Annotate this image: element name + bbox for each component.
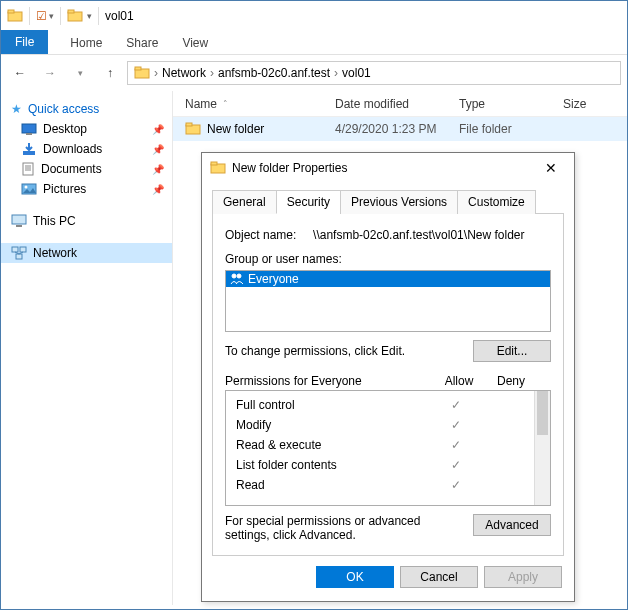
address-bar[interactable]: › Network › anfsmb-02c0.anf.test › vol01 [127, 61, 621, 85]
svg-rect-6 [22, 124, 36, 133]
tab-file[interactable]: File [1, 30, 48, 54]
security-tab-content: Object name: \\anfsmb-02c0.anf.test\vol0… [212, 214, 564, 556]
crumb-host[interactable]: anfsmb-02c0.anf.test [214, 66, 334, 80]
perm-row: List folder contents✓ [226, 455, 534, 475]
cancel-button[interactable]: Cancel [400, 566, 478, 588]
pc-icon [11, 214, 27, 228]
svg-rect-23 [186, 123, 192, 126]
check-icon: ✓ [430, 438, 482, 452]
sidebar-item-downloads[interactable]: Downloads 📌 [1, 139, 172, 159]
crumb-folder[interactable]: vol01 [338, 66, 375, 80]
sidebar-item-label: Pictures [43, 182, 86, 196]
dialog-buttons: OK Cancel Apply [202, 556, 574, 598]
ok-button[interactable]: OK [316, 566, 394, 588]
pin-icon: 📌 [152, 184, 164, 195]
quick-access-toolbar: ☑ ▾ ▾ [7, 7, 103, 25]
folder-icon [67, 8, 83, 24]
col-name[interactable]: Name˄ [179, 97, 329, 111]
svg-rect-16 [16, 225, 22, 227]
svg-rect-5 [135, 67, 141, 70]
group-listbox[interactable]: Everyone [225, 270, 551, 332]
window-titlebar: ☑ ▾ ▾ vol01 [1, 1, 627, 31]
sidebar-this-pc[interactable]: This PC [1, 211, 172, 231]
file-type: File folder [453, 122, 557, 136]
download-icon [21, 142, 37, 156]
network-icon [11, 246, 27, 260]
group-names-label: Group or user names: [225, 252, 551, 266]
file-row[interactable]: New folder 4/29/2020 1:23 PM File folder [173, 117, 627, 141]
checkbox-icon[interactable]: ☑ [36, 9, 47, 23]
ribbon-tabs: File Home Share View [1, 31, 627, 55]
scroll-thumb[interactable] [537, 391, 548, 435]
crumb-network[interactable]: Network [158, 66, 210, 80]
close-button[interactable]: ✕ [536, 160, 566, 176]
deny-header: Deny [485, 374, 537, 388]
group-item-everyone[interactable]: Everyone [226, 271, 550, 287]
dialog-titlebar: New folder Properties ✕ [202, 153, 574, 183]
tab-customize[interactable]: Customize [457, 190, 536, 214]
tab-home[interactable]: Home [58, 32, 114, 54]
check-icon: ✓ [430, 418, 482, 432]
sidebar-network[interactable]: Network [1, 243, 172, 263]
dialog-title: New folder Properties [232, 161, 347, 175]
folder-icon [134, 65, 150, 81]
tab-previous-versions[interactable]: Previous Versions [340, 190, 458, 214]
sidebar-label: Quick access [28, 102, 99, 116]
col-type[interactable]: Type [453, 97, 557, 111]
document-icon [21, 162, 35, 176]
sidebar-item-documents[interactable]: Documents 📌 [1, 159, 172, 179]
svg-rect-1 [8, 10, 14, 13]
star-icon: ★ [11, 102, 22, 116]
perm-row: Full control✓ [226, 395, 534, 415]
up-button[interactable]: ↑ [97, 60, 123, 86]
pin-icon: 📌 [152, 164, 164, 175]
svg-rect-15 [12, 215, 26, 224]
folder-icon [7, 8, 23, 24]
pin-icon: 📌 [152, 144, 164, 155]
sidebar-item-label: Desktop [43, 122, 87, 136]
folder-icon [185, 121, 201, 137]
edit-button[interactable]: Edit... [473, 340, 551, 362]
sidebar-quick-access[interactable]: ★ Quick access [1, 99, 172, 119]
check-icon: ✓ [430, 398, 482, 412]
tab-view[interactable]: View [170, 32, 220, 54]
object-name-value: \\anfsmb-02c0.anf.test\vol01\New folder [313, 228, 524, 242]
sort-asc-icon: ˄ [223, 99, 228, 109]
col-date[interactable]: Date modified [329, 97, 453, 111]
perm-row: Read & execute✓ [226, 435, 534, 455]
apply-button: Apply [484, 566, 562, 588]
advanced-hint: For special permissions or advanced sett… [225, 514, 455, 542]
allow-header: Allow [433, 374, 485, 388]
permissions-table: Full control✓ Modify✓ Read & execute✓ Li… [225, 390, 551, 506]
pin-icon: 📌 [152, 124, 164, 135]
sidebar-item-desktop[interactable]: Desktop 📌 [1, 119, 172, 139]
tab-share[interactable]: Share [114, 32, 170, 54]
file-name: New folder [207, 122, 264, 136]
sidebar-item-label: Downloads [43, 142, 102, 156]
tab-security[interactable]: Security [276, 190, 341, 214]
svg-rect-17 [12, 247, 18, 252]
svg-rect-19 [16, 254, 22, 259]
tab-general[interactable]: General [212, 190, 277, 214]
desktop-icon [21, 123, 37, 135]
svg-rect-3 [68, 10, 74, 13]
svg-rect-7 [26, 133, 32, 135]
svg-rect-25 [211, 162, 217, 165]
title-dropdown-icon[interactable]: ▾ [87, 11, 92, 21]
back-button[interactable]: ← [7, 60, 33, 86]
col-size[interactable]: Size [557, 97, 607, 111]
svg-rect-9 [23, 163, 33, 175]
permissions-header: Permissions for Everyone [225, 374, 433, 388]
qat-dropdown-icon[interactable]: ▾ [49, 11, 54, 21]
scrollbar[interactable] [534, 391, 550, 505]
check-icon: ✓ [430, 458, 482, 472]
sidebar-item-pictures[interactable]: Pictures 📌 [1, 179, 172, 199]
file-date: 4/29/2020 1:23 PM [329, 122, 453, 136]
recent-dropdown[interactable]: ▾ [67, 60, 93, 86]
edit-hint: To change permissions, click Edit. [225, 344, 405, 358]
advanced-button[interactable]: Advanced [473, 514, 551, 536]
svg-point-14 [25, 186, 28, 189]
pictures-icon [21, 183, 37, 195]
forward-button: → [37, 60, 63, 86]
perm-row: Modify✓ [226, 415, 534, 435]
